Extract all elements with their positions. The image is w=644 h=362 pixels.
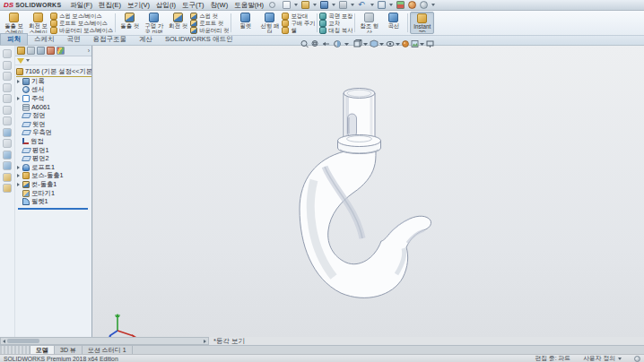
tab-scrollbar[interactable] (0, 337, 209, 345)
expand-arrow-icon[interactable] (17, 183, 20, 186)
view-settings-icon[interactable] (427, 41, 433, 47)
toolbar-icon-12[interactable] (3, 173, 12, 182)
ribbon-button-loft-boss[interactable]: 로프트 보스/베이스 (50, 20, 113, 27)
open-caret-icon[interactable] (313, 4, 317, 6)
toolbar-icon-7[interactable] (3, 116, 12, 125)
panel-flyout-chevron-icon[interactable]: › (88, 47, 90, 54)
open-icon[interactable] (301, 1, 309, 9)
tab-evaluate[interactable]: 계산 (133, 34, 159, 45)
menu-help[interactable]: 도움말(H) (234, 1, 264, 10)
ribbon-button-extrude-cut[interactable]: 돌출 컷 (117, 12, 142, 34)
toolbar-icon-6[interactable] (3, 106, 12, 115)
tree-item-material[interactable]: A6061 (16, 103, 91, 112)
configurationmanager-icon[interactable] (37, 47, 45, 55)
ribbon-button-rib[interactable]: 보강대 (282, 13, 315, 20)
menu-window[interactable]: 창(W) (211, 1, 229, 10)
rebuild-icon[interactable] (396, 1, 405, 9)
tab-features[interactable]: 피처 (0, 33, 28, 45)
ribbon-button-shell[interactable]: 쉘 (282, 27, 315, 34)
toolbar-icon-9[interactable] (3, 139, 12, 148)
apply-scene-icon[interactable] (412, 41, 418, 47)
tree-item-plane1[interactable]: 평면1 (16, 146, 91, 155)
section-caret-icon[interactable] (344, 43, 349, 46)
toolbar-icon-13[interactable] (3, 184, 12, 193)
tab-surfaces[interactable]: 곡면 (61, 34, 87, 45)
filter-funnel-icon[interactable] (17, 58, 24, 64)
tree-item-boss-extrude1[interactable]: 보스-돌출1 (16, 172, 91, 181)
tree-item-front-plane[interactable]: 정면 (16, 111, 91, 120)
units-dropdown[interactable]: 사용자 정의 (583, 354, 622, 362)
tree-item-annotations[interactable]: 주석 (16, 94, 91, 103)
graphics-viewport[interactable] (93, 46, 644, 337)
tab-3d-views[interactable]: 3D 뷰 (55, 346, 83, 354)
save-icon[interactable] (320, 1, 328, 9)
pin-menu-icon[interactable] (269, 2, 275, 8)
tab-motion-study-1[interactable]: 모션 스터디 1 (83, 346, 133, 354)
appearance-icon[interactable] (408, 1, 416, 9)
menu-view[interactable]: 보기(V) (127, 1, 150, 10)
displaymanager-icon[interactable] (57, 47, 65, 55)
display-style-caret-icon[interactable] (379, 43, 384, 46)
section-view-icon[interactable] (335, 41, 341, 47)
scene-caret-icon[interactable] (420, 43, 424, 46)
zoom-area-icon[interactable] (312, 41, 318, 47)
view-orientation-caret-icon[interactable] (363, 43, 368, 46)
tab-solidworks-addins[interactable]: SOLIDWORKS 애드인 (159, 34, 239, 45)
tab-model[interactable]: 모델 (30, 346, 55, 354)
filter-caret-icon[interactable] (26, 59, 30, 62)
menu-file[interactable]: 파일(F) (70, 1, 92, 10)
toolbar-icon-2[interactable] (3, 61, 12, 70)
ribbon-button-revolve-cut[interactable]: 회전 컷 (166, 12, 190, 34)
dimxpertmanager-icon[interactable] (47, 47, 55, 55)
menu-tools[interactable]: 도구(T) (182, 1, 205, 10)
ribbon-button-boundary-cut[interactable]: 바운더리 컷 (190, 27, 229, 34)
save-caret-icon[interactable] (332, 4, 335, 6)
toolbar-icon-10[interactable] (3, 151, 12, 159)
tree-item-right-plane[interactable]: 우측면 (16, 129, 91, 138)
tab-weldments[interactable]: 용접구조물 (87, 34, 134, 45)
ribbon-button-fillet[interactable]: 필렛 (233, 12, 257, 34)
tree-item-fillet1[interactable]: 필렛1 (16, 197, 91, 206)
ribbon-button-revolve-boss[interactable]: 회전 보스/베이스 (26, 12, 50, 34)
tree-item-plane2[interactable]: 평면2 (16, 154, 91, 163)
tree-item-cut-extrude1[interactable]: 컷-돌출1 (16, 180, 91, 189)
toolbar-icon-1[interactable] (3, 49, 12, 58)
ribbon-button-curves[interactable]: 곡선 (381, 12, 405, 34)
new-caret-icon[interactable] (294, 4, 298, 6)
display-style-icon[interactable] (370, 40, 378, 47)
expand-arrow-icon[interactable] (17, 80, 20, 83)
tree-item-origin[interactable]: 원점 (16, 137, 91, 146)
toolbar-icon-5[interactable] (3, 94, 12, 103)
undo-icon[interactable]: ↶ (358, 1, 367, 9)
toolbar-icon-4[interactable] (3, 83, 12, 92)
ribbon-button-mirror[interactable]: 대칭 복사 (319, 27, 352, 34)
tree-item-chamfer1[interactable]: 모따기1 (16, 189, 91, 198)
print-caret-icon[interactable] (351, 4, 354, 6)
ribbon-button-linear-pattern[interactable]: 선형 패턴 (257, 12, 282, 34)
undo-caret-icon[interactable] (370, 4, 374, 6)
ribbon-button-boundary-boss[interactable]: 바운더리 보스/베이스 (50, 27, 113, 34)
featuremanager-tree-icon[interactable] (17, 47, 25, 55)
ribbon-button-wrap[interactable]: 곡면 포장 (319, 13, 352, 20)
select-icon[interactable] (378, 1, 386, 9)
ribbon-button-extrude-boss[interactable]: 돌출 보스/베이스 (2, 12, 26, 34)
ribbon-button-sweep-boss[interactable]: 스윕 보스/베이스 (50, 13, 113, 20)
tree-root-part[interactable]: 7106 (기본 설정<<기본 설정>_표현 표시 (16, 67, 91, 77)
propertymanager-icon[interactable] (27, 47, 35, 55)
toolbar-icon-11[interactable] (3, 161, 12, 170)
menu-insert[interactable]: 삽입(I) (156, 1, 176, 10)
tree-item-history[interactable]: 기록 (16, 77, 91, 86)
ribbon-button-intersect[interactable]: 교차 (319, 20, 352, 27)
doc-tab-scroll-stub[interactable] (0, 346, 30, 354)
zoom-fit-icon[interactable] (301, 41, 309, 48)
options-icon[interactable] (420, 1, 428, 9)
rollback-bar[interactable] (18, 208, 88, 210)
scroll-right-icon[interactable] (204, 340, 206, 343)
tab-sketch[interactable]: 스케치 (28, 34, 61, 45)
hide-show-caret-icon[interactable] (396, 43, 400, 46)
print-icon[interactable] (339, 1, 347, 9)
ribbon-button-draft[interactable]: 구배 주기 (282, 20, 315, 27)
tree-item-sensors[interactable]: 센서 (16, 86, 91, 95)
tree-item-top-plane[interactable]: 윗면 (16, 120, 91, 129)
ribbon-button-loft-cut[interactable]: 로프트 컷 (190, 20, 229, 27)
